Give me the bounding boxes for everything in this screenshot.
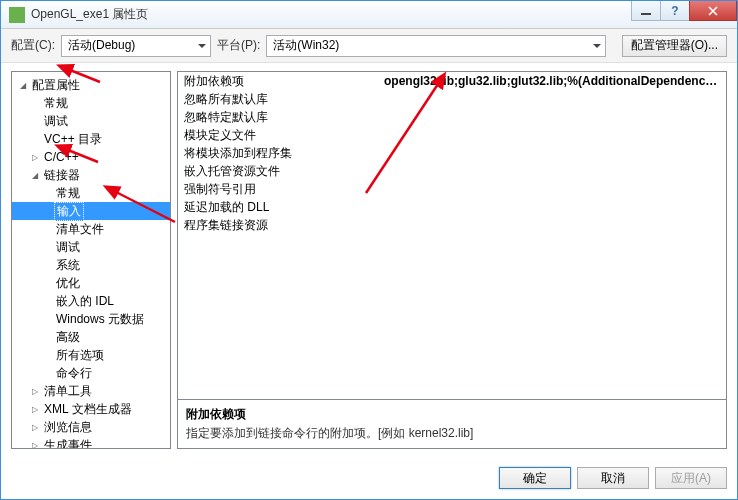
properties-list[interactable]: 附加依赖项opengl32.lib;glu32.lib;glut32.lib;%… xyxy=(178,72,726,399)
prop-row[interactable]: 强制符号引用 xyxy=(178,180,726,198)
config-manager-button[interactable]: 配置管理器(O)... xyxy=(622,35,727,57)
tree-item-cc[interactable]: C/C++ xyxy=(12,148,170,166)
cancel-button[interactable]: 取消 xyxy=(577,467,649,489)
prop-row[interactable]: 模块定义文件 xyxy=(178,126,726,144)
tree-item-debug[interactable]: 调试 xyxy=(12,112,170,130)
tree-item-linker-cmdline[interactable]: 命令行 xyxy=(12,364,170,382)
prop-row[interactable]: 将模块添加到程序集 xyxy=(178,144,726,162)
tree-item-linker-advanced[interactable]: 高级 xyxy=(12,328,170,346)
tree-item-linker-general[interactable]: 常规 xyxy=(12,184,170,202)
collapse-icon[interactable] xyxy=(30,440,40,449)
window-title: OpenGL_exe1 属性页 xyxy=(31,6,148,23)
prop-row[interactable]: 延迟加载的 DLL xyxy=(178,198,726,216)
tree-item-linker-input[interactable]: 输入 xyxy=(12,202,170,220)
expand-icon[interactable] xyxy=(18,80,28,90)
button-row: 确定 取消 应用(A) xyxy=(1,457,737,499)
titlebar: OpenGL_exe1 属性页 ? xyxy=(1,1,737,29)
main-panel: 附加依赖项opengl32.lib;glu32.lib;glut32.lib;%… xyxy=(177,71,727,449)
tree-item-linker-idl[interactable]: 嵌入的 IDL xyxy=(12,292,170,310)
apply-button[interactable]: 应用(A) xyxy=(655,467,727,489)
prop-row[interactable]: 嵌入托管资源文件 xyxy=(178,162,726,180)
properties-panel: 附加依赖项opengl32.lib;glu32.lib;glut32.lib;%… xyxy=(177,71,727,449)
window-controls: ? xyxy=(632,1,737,21)
hint-text: 指定要添加到链接命令行的附加项。[例如 kernel32.lib] xyxy=(186,425,718,442)
tree-item-linker[interactable]: 链接器 xyxy=(12,166,170,184)
platform-dropdown-value: 活动(Win32) xyxy=(273,37,339,54)
tree-item-linker-alloptions[interactable]: 所有选项 xyxy=(12,346,170,364)
config-label: 配置(C): xyxy=(11,37,55,54)
hint-box: 附加依赖项 指定要添加到链接命令行的附加项。[例如 kernel32.lib] xyxy=(178,399,726,448)
tree-item-linker-winmeta[interactable]: Windows 元数据 xyxy=(12,310,170,328)
collapse-icon[interactable] xyxy=(30,404,40,414)
help-button[interactable]: ? xyxy=(660,1,690,21)
content-area: 配置属性 常规 调试 VC++ 目录 C/C++ 链接器 常规 输入 清单文件 … xyxy=(1,63,737,457)
tree-item-general[interactable]: 常规 xyxy=(12,94,170,112)
tree-item-manifest-tool[interactable]: 清单工具 xyxy=(12,382,170,400)
prop-row[interactable]: 程序集链接资源 xyxy=(178,216,726,234)
tree-item-browse[interactable]: 浏览信息 xyxy=(12,418,170,436)
collapse-icon[interactable] xyxy=(30,422,40,432)
close-icon xyxy=(708,6,718,16)
app-icon xyxy=(9,7,25,23)
platform-label: 平台(P): xyxy=(217,37,260,54)
tree-item-linker-manifest[interactable]: 清单文件 xyxy=(12,220,170,238)
hint-title: 附加依赖项 xyxy=(186,406,718,423)
prop-row[interactable]: 忽略所有默认库 xyxy=(178,90,726,108)
collapse-icon[interactable] xyxy=(30,386,40,396)
ok-button[interactable]: 确定 xyxy=(499,467,571,489)
tree-item-vcdir[interactable]: VC++ 目录 xyxy=(12,130,170,148)
tree-item-linker-optimize[interactable]: 优化 xyxy=(12,274,170,292)
property-page-window: OpenGL_exe1 属性页 ? 配置(C): 活动(Debug) 平台(P)… xyxy=(0,0,738,500)
tree-item-linker-debug[interactable]: 调试 xyxy=(12,238,170,256)
prop-row[interactable]: 忽略特定默认库 xyxy=(178,108,726,126)
tree-panel[interactable]: 配置属性 常规 调试 VC++ 目录 C/C++ 链接器 常规 输入 清单文件 … xyxy=(11,71,171,449)
tree-root-config[interactable]: 配置属性 xyxy=(12,76,170,94)
close-button[interactable] xyxy=(689,1,737,21)
tree-item-linker-system[interactable]: 系统 xyxy=(12,256,170,274)
tree-item-xmldoc[interactable]: XML 文档生成器 xyxy=(12,400,170,418)
prop-row-additional-deps[interactable]: 附加依赖项opengl32.lib;glu32.lib;glut32.lib;%… xyxy=(178,72,726,90)
platform-dropdown[interactable]: 活动(Win32) xyxy=(266,35,606,57)
minimize-button[interactable] xyxy=(631,1,661,21)
config-dropdown-value: 活动(Debug) xyxy=(68,37,135,54)
collapse-icon[interactable] xyxy=(30,152,40,162)
config-dropdown[interactable]: 活动(Debug) xyxy=(61,35,211,57)
config-toolbar: 配置(C): 活动(Debug) 平台(P): 活动(Win32) 配置管理器(… xyxy=(1,29,737,63)
expand-icon[interactable] xyxy=(30,170,40,180)
tree-item-buildevents[interactable]: 生成事件 xyxy=(12,436,170,449)
